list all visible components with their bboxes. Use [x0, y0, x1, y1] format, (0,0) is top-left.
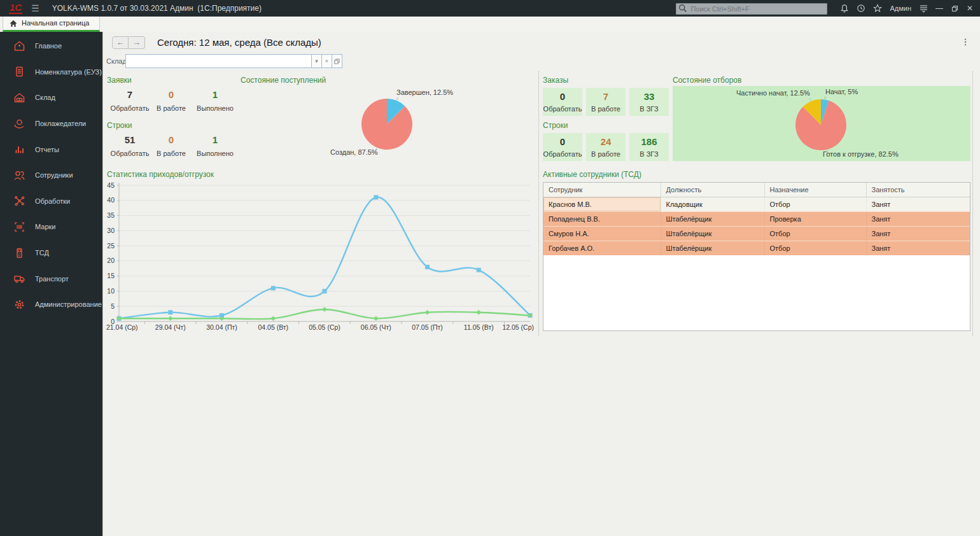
search-icon [678, 4, 687, 13]
warehouse-open-button[interactable] [332, 54, 342, 68]
cell-employee[interactable]: Краснов М.В. [543, 197, 661, 211]
stat-label: В ЗГЗ [629, 150, 669, 158]
restore-button[interactable] [947, 1, 962, 15]
cell-assignment[interactable]: Проверка [764, 211, 866, 226]
cell-busyness[interactable]: Занят [866, 211, 970, 226]
service-menu-button[interactable] [915, 1, 932, 15]
cell-position[interactable]: Кладовщик [661, 197, 764, 211]
stat-order-lines-inwork[interactable]: 24 В работе [586, 133, 626, 161]
svg-text:30.04 (Пт): 30.04 (Пт) [206, 323, 237, 331]
sidebar-item-glavnoe[interactable]: Главное [0, 33, 102, 59]
stat-receipt-lines-inwork[interactable]: 0 В работе [155, 134, 188, 157]
svg-text:45: 45 [107, 181, 115, 189]
section-title-requests: Заявки [107, 76, 132, 85]
col-header-assignment[interactable]: Назначение [764, 183, 866, 197]
stat-requests-process[interactable]: 7 Обработать [109, 89, 150, 112]
stat-value: 186 [629, 136, 669, 147]
stat-orders-inwork[interactable]: 7 В работе [586, 88, 626, 116]
stat-value: 7 [109, 89, 150, 100]
cell-assignment[interactable]: Отбор [764, 226, 866, 241]
stat-value: 0 [155, 134, 188, 145]
employees-table: Сотрудник Должность Назначение Занятость… [543, 182, 970, 331]
sidebar-item-label: Номенклатура (ЕУЗ) [35, 68, 102, 76]
svg-text:40: 40 [107, 196, 115, 204]
sidebar-item-tsd[interactable]: ТСД [0, 240, 102, 266]
stat-receipt-lines-process[interactable]: 51 Обработать [109, 134, 150, 157]
sidebar-item-sklad[interactable]: Склад [0, 85, 102, 111]
sidebar-item-label: Главное [35, 42, 62, 50]
back-button[interactable]: ← [112, 36, 129, 49]
warehouse-dropdown-button[interactable]: ▾ [312, 54, 322, 68]
sidebar-item-nomenklatura[interactable]: Номенклатура (ЕУЗ) [0, 59, 102, 85]
sidebar-item-obrabotki[interactable]: Обработки [0, 188, 102, 215]
sidebar-item-label: Сотрудники [35, 171, 73, 179]
pie-label-created: Создан, 87.5% [330, 148, 378, 156]
cell-busyness[interactable]: Занят [866, 226, 970, 241]
sidebar-item-otchety[interactable]: Отчеты [0, 136, 102, 162]
table-row[interactable]: Смуров Н.А. Штабелёрщик Отбор Занят [543, 226, 970, 241]
client-hand-icon [13, 118, 25, 130]
table-row[interactable]: Краснов М.В. Кладовщик Отбор Занят [543, 197, 970, 211]
history-button[interactable] [853, 1, 869, 15]
sidebar-item-sotrudniki[interactable]: Сотрудники [0, 162, 102, 188]
stat-order-lines-process[interactable]: 0 Обработать [543, 133, 582, 161]
table-row[interactable]: Попаденец В.В. Штабелёрщик Проверка Заня… [543, 211, 970, 226]
minimize-button[interactable]: — [932, 1, 947, 15]
stat-orders-zgz[interactable]: 33 В ЗГЗ [629, 88, 669, 116]
table-row[interactable]: Горбачев А.О. Штабелёрщик Отбор Занят [543, 241, 970, 255]
sidebar-item-label: Склад [35, 94, 55, 101]
search-input[interactable] [676, 3, 827, 15]
tab-home[interactable]: Начальная страница [3, 17, 100, 32]
cell-position[interactable]: Штабелёрщик [661, 226, 764, 241]
sidebar-item-marki[interactable]: Марки [0, 214, 102, 240]
svg-text:12.05 (Ср): 12.05 (Ср) [502, 323, 534, 331]
warehouse-clear-button[interactable]: × [322, 54, 332, 68]
table-header-row: Сотрудник Должность Назначение Занятость [543, 183, 970, 197]
stat-requests-done[interactable]: 1 Выполнено [195, 89, 235, 112]
stat-requests-inwork[interactable]: 0 В работе [155, 89, 188, 112]
panel-separator-left [538, 71, 539, 336]
stat-order-lines-zgz[interactable]: 186 В ЗГЗ [629, 133, 669, 161]
cell-position[interactable]: Штабелёрщик [661, 241, 764, 255]
cell-employee[interactable]: Попаденец В.В. [543, 211, 661, 226]
favorites-button[interactable] [869, 1, 886, 15]
history-nav-buttons: ← → [112, 36, 145, 49]
global-search[interactable] [676, 3, 827, 14]
col-header-busyness[interactable]: Занятость [866, 183, 970, 197]
hamburger-menu-icon[interactable]: ☰ [31, 3, 39, 13]
receipts-state-pie-chart [360, 97, 414, 151]
cell-employee[interactable]: Горбачев А.О. [543, 241, 661, 255]
stat-label: В работе [155, 150, 188, 157]
cell-busyness[interactable]: Занят [866, 197, 970, 211]
stat-orders-process[interactable]: 0 Обработать [543, 88, 582, 116]
home-icon [10, 20, 17, 27]
forward-button[interactable]: → [129, 36, 145, 49]
notifications-button[interactable] [836, 1, 853, 15]
section-title-receipt-lines: Строки [107, 121, 132, 130]
sidebar-item-transport[interactable]: Транспорт [0, 265, 102, 292]
page-title: Сегодня: 12 мая, среда (Все склады) [157, 37, 321, 48]
stat-receipt-lines-done[interactable]: 1 Выполнено [195, 134, 235, 157]
user-menu[interactable]: Админ [890, 4, 911, 12]
stat-label: В работе [155, 104, 188, 112]
col-header-employee[interactable]: Сотрудник [543, 183, 661, 197]
cell-busyness[interactable]: Занят [866, 241, 970, 255]
svg-text:15: 15 [107, 272, 115, 279]
more-menu-button[interactable]: ⋮ [960, 36, 971, 48]
cell-assignment[interactable]: Отбор [764, 241, 866, 255]
sidebar-item-poklazhedateli[interactable]: Поклажедатели [0, 111, 102, 137]
cell-assignment[interactable]: Отбор [764, 197, 866, 211]
cell-position[interactable]: Штабелёрщик [661, 211, 764, 226]
svg-text:25: 25 [107, 242, 115, 250]
warehouse-input[interactable] [125, 54, 312, 68]
star-icon [873, 4, 882, 13]
bar-chart-icon [13, 143, 25, 155]
warehouse-field-group: ▾ × [125, 54, 342, 68]
people-icon [13, 169, 25, 181]
col-header-position[interactable]: Должность [661, 183, 764, 197]
close-button[interactable]: ✕ [962, 1, 977, 15]
sidebar-item-administrirovanie[interactable]: Администрирование [0, 292, 102, 318]
cell-employee[interactable]: Смуров Н.А. [543, 226, 661, 241]
svg-text:04.05 (Вт): 04.05 (Вт) [258, 323, 288, 331]
svg-text:06.05 (Чт): 06.05 (Чт) [361, 323, 391, 331]
